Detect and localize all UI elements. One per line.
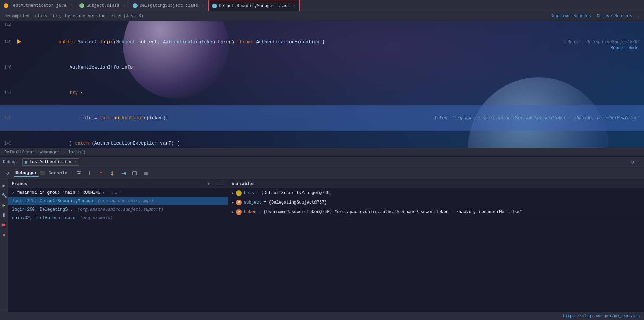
run-to-cursor-button[interactable] (119, 168, 128, 178)
debug-session-tab[interactable]: ▣ TestAuthenticator × (22, 158, 79, 166)
evaluate-expression-button[interactable] (130, 168, 140, 178)
thread-name: "main"@1 in group "main": RUNNING (17, 190, 101, 195)
settings-icon[interactable]: ⚙ (631, 159, 634, 165)
step-out-button[interactable] (96, 168, 106, 178)
variable-subject[interactable]: ▶ P subject = {DelegatingSubject@767} (228, 198, 644, 207)
frame-row-login275[interactable]: login:275, DefaultSecurityManager (org.a… (8, 197, 228, 205)
code-line-147: 147 try { (0, 80, 644, 105)
class-icon (79, 3, 84, 8)
tab-close[interactable]: × (202, 4, 204, 8)
class-icon (212, 4, 217, 8)
separator (71, 170, 71, 177)
reader-mode-button[interactable]: Reader Mode (611, 46, 638, 51)
expand-icon[interactable]: ▶ (232, 191, 234, 195)
debug-session-name: TestAuthenticator (29, 160, 72, 165)
pause-panel-icon[interactable]: ⏸ (1, 212, 8, 219)
restart-button[interactable]: ↺ (3, 168, 13, 178)
line-number: 149 (0, 139, 16, 148)
line-number: 145 (0, 38, 16, 46)
code-line-149: 149 } catch (AuthenticationException var… (0, 131, 644, 148)
debugger-tab[interactable]: Debugger (14, 169, 39, 177)
frames-up-icon[interactable]: ↑ (212, 181, 215, 187)
line-code[interactable]: try { (23, 80, 644, 105)
info-bar-actions: Download Sources Choose Sources... (550, 14, 640, 19)
tab-subject[interactable]: Subject.class × (76, 0, 129, 11)
debug-session-close-icon[interactable]: × (75, 160, 77, 164)
step-over-button[interactable] (74, 168, 83, 178)
code-line-148: 148 info = this.authenticate(token); tok… (0, 105, 644, 131)
tab-defaultsecurity[interactable]: DefaultSecurityManager.class × (208, 0, 300, 11)
svg-marker-3 (89, 174, 91, 175)
tab-label: DefaultSecurityManager.class (219, 4, 290, 8)
expand-icon[interactable]: ▶ (232, 200, 234, 205)
debug-main-area: ▶ 🔧 ▶ ⏸ ⏹ ● Frames ▼ ↑ ↓ ⊟ ✓ "main"@1 in… (0, 179, 644, 312)
step-into-button[interactable] (85, 168, 95, 178)
java-icon (4, 3, 8, 8)
thread-dropdown-icon[interactable]: ▼ (102, 191, 105, 195)
var-name: this (244, 191, 254, 196)
up-arrow-icon[interactable]: ↑ (107, 190, 109, 196)
breakpoint-arrow-icon: ⯈ (17, 38, 22, 46)
editor-area: 144 145 ⯈ public Subject login(Subject s… (0, 21, 644, 148)
line-number: 144 (0, 21, 16, 30)
line-code[interactable]: info = this.authenticate(token); (23, 105, 435, 131)
console-icon: ⬛ (40, 171, 45, 176)
add-icon[interactable]: + (119, 190, 121, 196)
tab-close[interactable]: × (293, 4, 296, 8)
tab-close[interactable]: × (70, 4, 72, 8)
line-code[interactable]: AuthenticationInfo info; (23, 55, 644, 80)
svg-rect-13 (133, 172, 137, 175)
minimize-icon[interactable]: — (638, 159, 641, 165)
tab-testauthenticator[interactable]: TestAuthenticator.java × (0, 0, 76, 11)
frame-method-text: login:275, DefaultSecurityManager (12, 199, 96, 204)
frames-header-icons: ▼ ↑ ↓ ⊟ (207, 181, 224, 187)
frames-panel: Frames ▼ ↑ ↓ ⊟ ✓ "main"@1 in group "main… (8, 179, 228, 312)
var-badge (236, 190, 242, 196)
code-line-145: 145 ⯈ public Subject login(Subject subje… (0, 30, 644, 55)
download-sources-link[interactable]: Download Sources (550, 14, 591, 19)
tab-label: TestAuthenticator.java (11, 3, 66, 8)
line-code[interactable]: public Subject login(Subject subject, Au… (23, 30, 564, 55)
frame-method-text: main:32, TestAuthenticator (12, 216, 78, 220)
code-line-144: 144 (0, 21, 644, 30)
variable-this[interactable]: ▶ this = {DefaultSecurityManager@766} (228, 188, 644, 198)
debug-label: Debug: (3, 160, 18, 165)
expand-icon[interactable]: ▶ (232, 210, 234, 214)
status-url[interactable]: https://blog.csdn.net/m0_46897923 (563, 314, 640, 318)
down-arrow-icon[interactable]: ↓ (111, 190, 113, 196)
line-code[interactable]: } catch (AuthenticationException var7) { (23, 131, 644, 148)
resume-icon[interactable]: ▶ (1, 182, 8, 189)
variable-token[interactable]: ▶ P token = {UsernamePasswordToken@768} … (228, 207, 644, 217)
frame-row-login260[interactable]: login:260, DelegatingS... (org.apache.sh… (8, 205, 228, 214)
choose-sources-link[interactable]: Choose Sources... (597, 14, 640, 19)
console-tab[interactable]: Console (47, 170, 69, 177)
frames-down-icon[interactable]: ↓ (217, 181, 219, 187)
line-number: 147 (0, 89, 16, 97)
wrench-icon[interactable]: 🔧 (1, 192, 8, 199)
frames-filter-icon[interactable]: ▼ (207, 181, 210, 187)
var-value: = {DefaultSecurityManager@766} (256, 191, 332, 196)
tab-delegating[interactable]: DelegatingSubject.class × (129, 0, 208, 11)
frames-funnel-icon[interactable]: ⊟ (222, 181, 224, 187)
line-gutter: ⯈ (16, 38, 23, 46)
breadcrumb-bar: DefaultSecurityManager › login() (0, 148, 644, 157)
force-step-into-button[interactable] (107, 168, 117, 178)
frames-title: Frames (12, 181, 27, 186)
decompiled-info: Decompiled .class file, bytecode version… (4, 14, 144, 19)
filter-icon[interactable]: ⊟ (115, 190, 117, 196)
frame-package-text: (org.example) (80, 216, 113, 220)
thread-check-icon: ✓ (12, 190, 15, 196)
tab-close[interactable]: × (123, 4, 126, 8)
svg-marker-9 (111, 174, 113, 176)
thread-row: ✓ "main"@1 in group "main": RUNNING ▼ ↑ … (8, 188, 228, 197)
stop-panel-icon[interactable]: ⏹ (1, 222, 8, 229)
class-icon (133, 3, 138, 8)
breadcrumb-class[interactable]: DefaultSecurityManager (4, 150, 60, 155)
frame-method-text: login:260, DelegatingS... (12, 207, 75, 212)
trace-over-button[interactable] (141, 168, 151, 178)
frame-row-main32[interactable]: main:32, TestAuthenticator (org.example) (8, 214, 228, 222)
line-hint: subject: DelegatingSubject@767 (564, 38, 644, 46)
play-icon[interactable]: ▶ (1, 202, 8, 209)
breadcrumb-method[interactable]: login() (68, 150, 86, 155)
debug-run-icon[interactable]: ● (1, 231, 8, 238)
